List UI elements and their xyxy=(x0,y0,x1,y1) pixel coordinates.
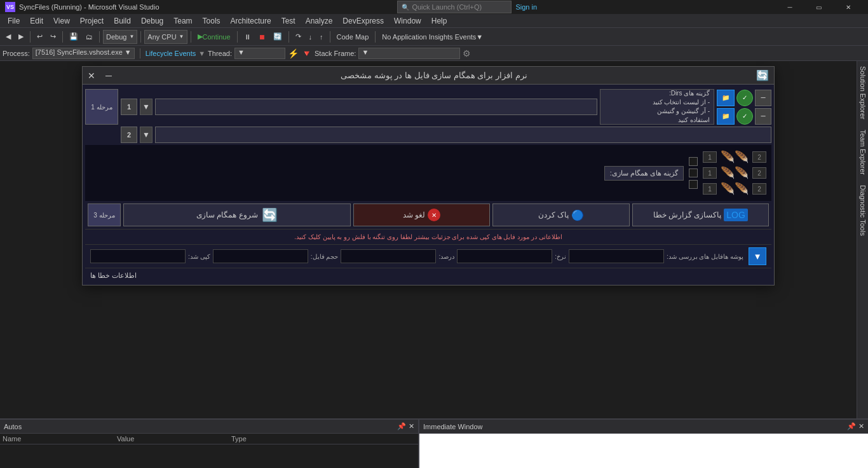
menu-architecture[interactable]: Architecture xyxy=(226,15,276,27)
step1-btn[interactable]: مرحله 1 xyxy=(85,89,118,125)
row2-input[interactable] xyxy=(155,127,771,143)
menu-tools[interactable]: Tools xyxy=(198,15,226,27)
folder-field xyxy=(569,249,664,263)
clear-btn[interactable]: 🔵 پاک کردن xyxy=(492,203,629,226)
lifecycle-events[interactable]: Lifecycle Events xyxy=(146,50,196,57)
copied-field xyxy=(90,249,186,263)
sidebar-solution-explorer[interactable]: Solution Explorer xyxy=(858,61,868,125)
row1-arrow[interactable]: ▼ xyxy=(140,99,153,115)
immediate-close-btn[interactable]: ✕ xyxy=(858,422,864,430)
immediate-pin-btn[interactable]: 📌 xyxy=(847,422,856,430)
process-dropdown[interactable]: [7516] SyncFiles.vshost.exe ▼ xyxy=(32,48,135,59)
process-bar: Process: [7516] SyncFiles.vshost.exe ▼ L… xyxy=(0,46,868,61)
menu-file[interactable]: File xyxy=(3,15,25,27)
pause-btn[interactable]: ⏸ xyxy=(241,30,254,44)
autos-controls: 📌 ✕ xyxy=(397,422,414,430)
toolbar-sep4 xyxy=(140,31,141,43)
menu-analyze[interactable]: Analyze xyxy=(301,15,338,27)
platform-dropdown[interactable]: Any CPU ▼ xyxy=(144,30,187,44)
checkbox-1[interactable] xyxy=(689,157,698,166)
immediate-content xyxy=(419,434,868,468)
menu-help[interactable]: Help xyxy=(426,15,452,27)
status-fields-row: پوشه هافایل های بررسی شد: نرخ: درصد: حجم… xyxy=(90,249,743,263)
row1-browse-btn2[interactable]: 📁 xyxy=(717,108,735,125)
clear-label: پاک کردن xyxy=(538,210,569,219)
toolbar-back-btn[interactable]: ◀ xyxy=(3,30,14,44)
autos-pin-btn[interactable]: 📌 xyxy=(397,422,406,430)
toolbar-save-btn[interactable]: 💾 xyxy=(66,30,81,44)
row1-input[interactable] xyxy=(155,99,597,115)
row1-clear-btn[interactable]: ─ xyxy=(755,90,771,106)
app-row-2: 2 ▼ xyxy=(85,127,771,143)
clear-icon: 🔵 xyxy=(571,209,584,221)
thread-dropdown[interactable]: ▼ xyxy=(234,48,285,59)
toolbar-undo-btn[interactable]: ↩ xyxy=(34,30,46,44)
workspace: ✕ ─ نرم افزار برای همگام سازی فایل ها در… xyxy=(0,61,868,418)
checkbox-3[interactable] xyxy=(689,180,698,189)
download-btn[interactable]: ▼ xyxy=(749,247,766,265)
percent-label: درصد: xyxy=(438,253,454,260)
maximize-button[interactable]: ▭ xyxy=(804,0,834,14)
vs-logo: VS xyxy=(5,2,15,12)
platform-arrow: ▼ xyxy=(179,34,184,39)
app-close-btn[interactable]: ✕ xyxy=(88,71,95,81)
app-insights-btn[interactable]: No Application Insights Events ▼ xyxy=(379,30,486,44)
toolbar-saveall-btn[interactable]: 🗂 xyxy=(83,30,96,44)
toolbar: ◀ ▶ ↩ ↪ 💾 🗂 Debug ▼ Any CPU ▼ ▶ Continue… xyxy=(0,28,868,46)
process-label: Process: xyxy=(3,50,30,57)
stop-btn[interactable]: ⏹ xyxy=(255,30,269,44)
start-sync-btn[interactable]: 🔄 شروع همگام سازی xyxy=(123,203,351,226)
step3-btn[interactable]: مرحله 3 xyxy=(88,203,121,226)
percent-field xyxy=(341,249,436,263)
menu-window[interactable]: Window xyxy=(389,15,426,27)
step-over-btn[interactable]: ↷ xyxy=(292,30,304,44)
toolbar-forward-btn[interactable]: ▶ xyxy=(15,30,27,44)
sign-in-button[interactable]: Sign in xyxy=(515,3,537,11)
menu-team[interactable]: Team xyxy=(168,15,197,27)
quick-launch-text: Quick Launch (Ctrl+Q) xyxy=(412,3,482,11)
folder-label: پوشه هافایل های بررسی شد: xyxy=(667,253,743,260)
app-titlebar: ✕ ─ نرم افزار برای همگام سازی فایل ها در… xyxy=(83,67,774,85)
row1-ok-btn[interactable]: ✓ xyxy=(736,90,753,106)
step-out-btn[interactable]: ↑ xyxy=(316,30,327,44)
autos-close-btn[interactable]: ✕ xyxy=(409,422,414,430)
app-refresh-btn[interactable]: 🔄 xyxy=(756,69,769,81)
row1-browse-btn[interactable]: 📁 xyxy=(717,90,735,106)
close-button[interactable]: ✕ xyxy=(834,0,863,14)
row1-ok-btn2[interactable]: ✓ xyxy=(736,108,753,125)
menu-project[interactable]: Project xyxy=(75,15,109,27)
app-minimize-btn[interactable]: ─ xyxy=(105,71,112,81)
menu-build[interactable]: Build xyxy=(109,15,136,27)
menu-test[interactable]: Test xyxy=(276,15,301,27)
row1-clear-btn2[interactable]: ─ xyxy=(755,108,771,125)
menu-edit[interactable]: Edit xyxy=(25,15,48,27)
toolbar-sep1 xyxy=(30,31,31,43)
toolbar-sep3 xyxy=(99,31,100,43)
stack-frame-dropdown[interactable]: ▼ xyxy=(358,48,460,59)
continue-btn[interactable]: ▶ Continue xyxy=(194,30,234,44)
sidebar-team-explorer[interactable]: Team Explorer xyxy=(858,125,868,180)
sidebar-diagnostic-tools[interactable]: Diagnostic Tools xyxy=(858,180,868,241)
checkbox-2[interactable] xyxy=(689,169,698,177)
row2-arrow[interactable]: ▼ xyxy=(140,127,153,143)
filesize-label: حجم فایل: xyxy=(311,253,339,260)
minimize-button[interactable]: ─ xyxy=(775,0,804,14)
restart-btn[interactable]: 🔄 xyxy=(270,30,285,44)
menu-debug[interactable]: Debug xyxy=(136,15,168,27)
app-insights-label: No Application Insights Events xyxy=(382,33,476,41)
stop-btn[interactable]: ✕ لغو شد xyxy=(353,203,490,226)
title-bar: VS SyncFiles (Running) - Microsoft Visua… xyxy=(0,0,868,14)
toolbar-sep7 xyxy=(288,31,289,43)
toolbar-sep6 xyxy=(237,31,238,43)
codemap-btn[interactable]: Code Map xyxy=(334,30,372,44)
debug-mode-dropdown[interactable]: Debug ▼ xyxy=(103,30,137,44)
step-into-btn[interactable]: ↓ xyxy=(306,30,316,44)
feather-row-2: 1 🪶🪶 2 xyxy=(703,166,766,180)
menu-devexpress[interactable]: DevExpress xyxy=(337,15,389,27)
sep xyxy=(140,48,140,59)
menu-view[interactable]: View xyxy=(48,15,75,27)
log-btn[interactable]: LOG پاکسازی گزارش خطا xyxy=(632,203,769,226)
copied-label: کپی شد: xyxy=(188,253,210,260)
autos-columns: Name Value Type xyxy=(0,434,418,444)
toolbar-redo-btn[interactable]: ↪ xyxy=(47,30,59,44)
